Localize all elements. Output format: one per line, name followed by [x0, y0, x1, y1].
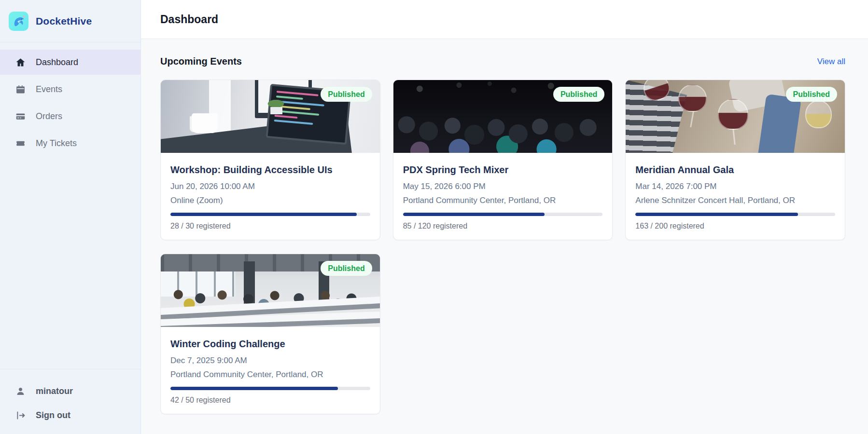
sidebar-footer: minatour Sign out	[0, 369, 140, 434]
registered-count: 42 / 50 registered	[170, 396, 370, 405]
section-header: Upcoming Events View all	[160, 56, 845, 67]
event-image-office: Published	[161, 254, 380, 327]
status-badge: Published	[321, 261, 372, 276]
app-root: DocketHive Dashboard Events Orders	[0, 0, 868, 434]
view-all-link[interactable]: View all	[817, 57, 845, 67]
calendar-icon	[15, 84, 26, 95]
sidebar-item-label: My Tickets	[36, 138, 77, 149]
event-datetime: Dec 7, 2025 9:00 AM	[170, 356, 370, 366]
sidebar-item-label: Orders	[36, 111, 62, 122]
event-location: Portland Community Center, Portland, OR	[170, 370, 370, 380]
event-datetime: Mar 14, 2026 7:00 PM	[635, 182, 835, 191]
ticket-icon	[15, 138, 26, 149]
page-title: Dashboard	[160, 13, 218, 26]
event-card-body: PDX Spring Tech Mixer May 15, 2026 6:00 …	[393, 153, 613, 231]
registration-progress-fill	[170, 387, 338, 390]
brand-header: DocketHive	[0, 0, 140, 42]
section-title: Upcoming Events	[160, 56, 242, 67]
sign-out-label: Sign out	[36, 410, 70, 420]
status-badge: Published	[553, 87, 604, 102]
event-title: Meridian Annual Gala	[635, 164, 835, 176]
sidebar-item-my-tickets[interactable]: My Tickets	[0, 131, 140, 156]
content-area: Upcoming Events View all	[141, 39, 868, 434]
event-card[interactable]: Published Workshop: Building Accessible …	[160, 80, 380, 240]
event-image-gala: Published	[626, 80, 845, 153]
event-card-body: Meridian Annual Gala Mar 14, 2026 7:00 P…	[626, 153, 845, 231]
registration-progress-bar	[170, 387, 370, 390]
event-card-body: Workshop: Building Accessible UIs Jun 20…	[161, 153, 380, 231]
event-location: Arlene Schnitzer Concert Hall, Portland,…	[635, 196, 835, 205]
event-location: Online (Zoom)	[170, 196, 370, 205]
event-card-body: Winter Coding Challenge Dec 7, 2025 9:00…	[161, 327, 380, 405]
sidebar-item-label: Events	[36, 84, 62, 95]
event-image-workshop: Published	[161, 80, 380, 153]
event-card[interactable]: Published Meridian Annual Gala Mar 14, 2…	[625, 80, 845, 240]
credit-card-icon	[15, 111, 26, 122]
event-title: Workshop: Building Accessible UIs	[170, 164, 370, 176]
registered-count: 163 / 200 registered	[635, 222, 835, 231]
home-icon	[15, 57, 26, 68]
registered-count: 28 / 30 registered	[170, 222, 370, 231]
event-card-grid: Published Workshop: Building Accessible …	[160, 80, 845, 414]
registration-progress-fill	[635, 213, 798, 216]
event-image-audience: Published	[393, 80, 613, 153]
event-datetime: May 15, 2026 6:00 PM	[403, 182, 603, 191]
registration-progress-fill	[170, 213, 357, 216]
username-label: minatour	[36, 386, 73, 396]
user-icon	[15, 386, 26, 396]
event-datetime: Jun 20, 2026 10:00 AM	[170, 182, 370, 191]
sidebar-item-dashboard[interactable]: Dashboard	[0, 50, 140, 75]
registration-progress-bar	[635, 213, 835, 216]
user-menu-item[interactable]: minatour	[0, 379, 140, 403]
dolphin-logo-icon	[9, 12, 28, 31]
event-card[interactable]: Published Winter Coding Challenge Dec 7,…	[160, 254, 380, 414]
top-header: Dashboard	[141, 0, 868, 39]
sidebar-nav: Dashboard Events Orders My Tickets	[0, 42, 140, 158]
registered-count: 85 / 120 registered	[403, 222, 603, 231]
registration-progress-bar	[170, 213, 370, 216]
status-badge: Published	[786, 87, 837, 102]
event-title: PDX Spring Tech Mixer	[403, 164, 603, 176]
sidebar-item-orders[interactable]: Orders	[0, 104, 140, 129]
sidebar: DocketHive Dashboard Events Orders	[0, 0, 141, 434]
event-card[interactable]: Published PDX Spring Tech Mixer May 15, …	[393, 80, 613, 240]
sign-out-button[interactable]: Sign out	[0, 403, 140, 427]
sign-out-icon	[15, 410, 26, 420]
main-area: Dashboard Upcoming Events View all	[141, 0, 868, 434]
sidebar-item-events[interactable]: Events	[0, 77, 140, 102]
status-badge: Published	[321, 87, 372, 102]
sidebar-item-label: Dashboard	[36, 57, 78, 68]
registration-progress-bar	[403, 213, 603, 216]
event-title: Winter Coding Challenge	[170, 338, 370, 350]
registration-progress-fill	[403, 213, 545, 216]
brand-name: DocketHive	[36, 15, 92, 27]
event-location: Portland Community Center, Portland, OR	[403, 196, 603, 205]
